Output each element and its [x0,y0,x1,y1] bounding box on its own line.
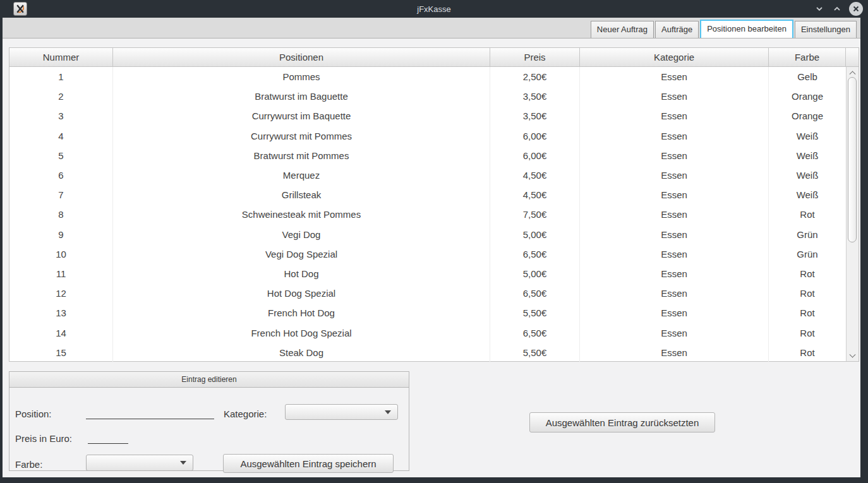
table-cell: Orange [769,86,846,106]
table-row[interactable]: 12Hot Dog Spezial6,50€EssenRot [9,283,859,303]
table-cell: 6,50€ [490,244,580,264]
kategorie-label: Kategorie: [224,408,267,419]
table-row[interactable]: 3Currywurst im Baquette3,50€EssenOrange [9,106,859,126]
tab-einstellungen[interactable]: Einstellungen [795,21,857,38]
table-cell: Rot [769,283,846,303]
table-cell: 6,00€ [490,126,580,146]
table-cell: 5,00€ [490,264,580,283]
edit-entry-panel: Eintrag editieren Position: Kategorie: P… [9,371,409,471]
titlebar: jFxKasse [0,0,868,18]
table-cell: Essen [580,146,769,165]
column-header-0[interactable]: Nummer [9,48,113,66]
table-header-row: NummerPositionenPreisKategorieFarbe [9,48,859,67]
tab-neuer-auftrag[interactable]: Neuer Auftrag [591,21,654,38]
table-row[interactable]: 1Pommes2,50€EssenGelb [9,67,859,86]
column-header-4[interactable]: Farbe [769,48,846,66]
edit-panel-body: Position: Kategorie: Preis in Euro: Farb… [9,388,409,470]
table-cell: Essen [580,205,769,224]
table-cell: Vegi Dog [113,225,490,244]
table-row[interactable]: 14French Hot Dog Spezial6,50€EssenRot [9,323,859,342]
vertical-scrollbar[interactable] [846,67,859,361]
column-header-3[interactable]: Kategorie [580,48,769,66]
table-cell: 1 [9,67,113,86]
table-cell: Pommes [113,67,490,86]
scrollbar-down-icon[interactable] [847,351,859,361]
table-cell: Rot [769,303,846,323]
table-cell: Weiß [769,126,846,146]
scrollbar-up-icon[interactable] [847,67,859,77]
table-cell: Essen [580,264,769,283]
save-entry-button[interactable]: Ausgewählten Eintrag speichern [223,454,394,473]
position-input[interactable] [86,407,214,419]
table-cell: Grillsteak [113,185,490,205]
table-cell: Essen [580,106,769,126]
table-cell: Rot [769,323,846,342]
table-cell: Essen [580,225,769,244]
table-row[interactable]: 10Vegi Dog Spezial6,50€EssenGrün [9,244,859,264]
table-cell: 6,00€ [490,146,580,165]
scrollbar-thumb[interactable] [848,77,857,242]
tab-auftraege[interactable]: Aufträge [655,21,699,38]
table-cell: Rot [769,205,846,224]
table-cell: Weiß [769,165,846,185]
table-cell: 3 [9,106,113,126]
table-cell: 2 [9,86,113,106]
table-cell: 13 [9,303,113,323]
table-row[interactable]: 8Schweinesteak mit Pommes7,50€EssenRot [9,205,859,224]
table-cell: Hot Dog [113,264,490,283]
table-cell: 4 [9,126,113,146]
tab-positionen-bearbeiten[interactable]: Positionen bearbeiten [700,20,793,38]
table-cell: 10 [9,244,113,264]
table-cell: Essen [580,343,769,362]
table-row[interactable]: 4Currywurst mit Pommes6,00€EssenWeiß [9,126,859,146]
table-cell: 6 [9,165,113,185]
table-cell: 15 [9,343,113,362]
window-title: jFxKasse [0,4,868,14]
table-cell: Merquez [113,165,490,185]
farbe-dropdown[interactable] [86,455,193,471]
table-cell: Currywurst mit Pommes [113,126,490,146]
table-cell: Essen [580,86,769,106]
table-row[interactable]: 7Grillsteak4,50€EssenWeiß [9,185,859,205]
table-row[interactable]: 9Vegi Dog5,00€EssenGrün [9,225,859,244]
table-cell: Essen [580,244,769,264]
table-cell: Orange [769,106,846,126]
chevron-down-icon [180,461,186,465]
chevron-down-icon [385,410,391,414]
table-cell: Bratwurst mit Pommes [113,146,490,165]
preis-input[interactable] [88,431,128,444]
table-cell: Weiß [769,146,846,165]
table-cell: Hot Dog Spezial [113,283,490,303]
table-row[interactable]: 6Merquez4,50€EssenWeiß [9,165,859,185]
minimize-icon[interactable] [814,3,825,15]
tab-bar: Neuer AuftragAufträgePositionen bearbeit… [3,18,860,39]
table-cell: Essen [580,303,769,323]
position-label: Position: [15,408,52,419]
table-row[interactable]: 2Bratwurst im Baguette3,50€EssenOrange [9,86,859,106]
table-row[interactable]: 11Hot Dog5,00€EssenRot [9,264,859,283]
table-cell: Rot [769,343,846,362]
column-header-2[interactable]: Preis [490,48,580,66]
table-cell: Currywurst im Baquette [113,106,490,126]
table-row[interactable]: 13French Hot Dog5,50€EssenRot [9,303,859,323]
column-header-filler [846,48,859,66]
reset-entry-button[interactable]: Ausgewählten Eintrag zurücksetzten [529,412,715,432]
table-cell: 11 [9,264,113,283]
kategorie-dropdown[interactable] [285,404,398,420]
table-cell: Essen [580,165,769,185]
maximize-icon[interactable] [831,3,843,15]
close-icon[interactable] [849,2,863,16]
column-header-1[interactable]: Positionen [113,48,490,66]
table-cell: Grün [769,225,846,244]
table-cell: Weiß [769,185,846,205]
table-cell: 5,50€ [490,343,580,362]
table-row[interactable]: 15Steak Dog5,50€EssenRot [9,343,859,362]
edit-panel-title: Eintrag editieren [9,372,409,388]
table-cell: Essen [580,323,769,342]
table-cell: 7,50€ [490,205,580,224]
table-cell: 7 [9,185,113,205]
table-cell: 6,50€ [490,283,580,303]
table-row[interactable]: 5Bratwurst mit Pommes6,00€EssenWeiß [9,146,859,165]
table-cell: 5 [9,146,113,165]
table-cell: Essen [580,126,769,146]
